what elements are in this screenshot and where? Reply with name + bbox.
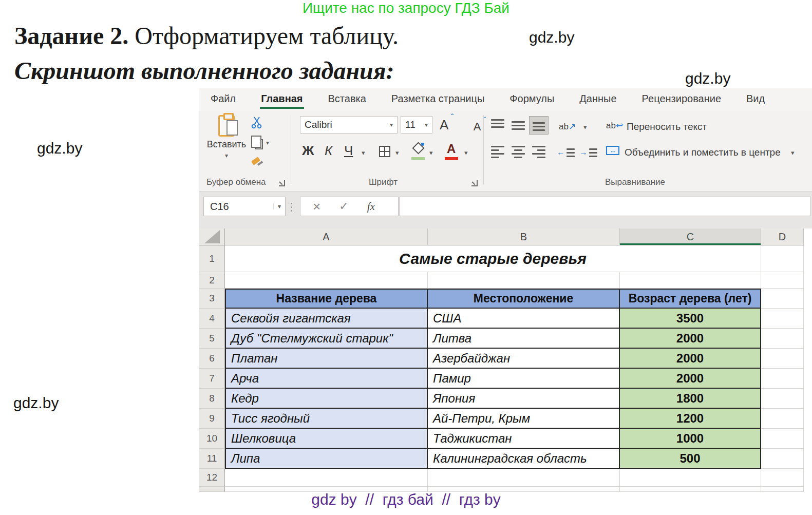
orientation-button[interactable]: ab↗ [559, 121, 576, 132]
column-header-b[interactable]: B [428, 228, 620, 245]
shrink-font-button[interactable]: А [474, 120, 481, 133]
tab-data[interactable]: Данные [578, 91, 617, 109]
tab-page-layout[interactable]: Разметка страницы [390, 91, 485, 109]
cell-d4[interactable] [761, 309, 804, 329]
cell-d12[interactable] [761, 469, 804, 487]
cell-a8[interactable]: Кедр [225, 389, 428, 409]
tab-formulas[interactable]: Формулы [508, 91, 555, 109]
align-middle-button[interactable] [508, 116, 528, 135]
cell-a11[interactable]: Липа [225, 449, 428, 469]
cell-d1[interactable] [761, 245, 804, 272]
grow-font-button[interactable]: А [440, 117, 448, 132]
chevron-down-icon[interactable]: ▾ [362, 149, 365, 157]
cancel-icon[interactable]: × [313, 200, 320, 213]
font-size-select[interactable]: 11 ▾ [401, 116, 432, 133]
tab-review[interactable]: Рецензирование [641, 91, 722, 109]
cell-b2[interactable] [428, 272, 620, 289]
borders-icon[interactable] [379, 146, 390, 157]
name-box[interactable]: C16 ▾ [203, 197, 286, 216]
decrease-indent-button[interactable]: ← [557, 148, 575, 157]
cell-b5[interactable]: Литва [428, 329, 620, 349]
cell-a9[interactable]: Тисс ягодный [225, 409, 428, 429]
font-dialog-launcher-icon[interactable] [471, 180, 478, 186]
cell-a7[interactable]: Арча [225, 369, 428, 389]
row-header-3[interactable]: 3 [199, 289, 225, 309]
column-header-a[interactable]: A [225, 228, 428, 245]
italic-button[interactable]: К [325, 143, 332, 159]
increase-indent-button[interactable]: → [579, 148, 597, 157]
cell-d3[interactable] [761, 289, 804, 309]
wrap-text-button[interactable]: Переносить текст [627, 121, 707, 132]
cell-c4[interactable]: 3500 [620, 309, 761, 329]
row-header-9[interactable]: 9 [199, 409, 225, 429]
cell-b11[interactable]: Калининградская область [428, 449, 620, 469]
cell-a3-header[interactable]: Название дерева [225, 289, 428, 309]
cell-a12[interactable] [225, 469, 428, 487]
cell-c5[interactable]: 2000 [620, 329, 761, 349]
row-header-2[interactable]: 2 [199, 272, 225, 289]
copy-button[interactable]: ▾ [251, 136, 269, 149]
font-color-icon[interactable]: А [447, 142, 456, 156]
cut-icon[interactable] [251, 116, 263, 129]
align-right-button[interactable] [529, 143, 549, 161]
row-header-7[interactable]: 7 [199, 369, 225, 389]
cell-c8[interactable]: 1800 [620, 389, 761, 409]
row-header-4[interactable]: 4 [199, 309, 225, 329]
row-header-8[interactable]: 8 [199, 389, 225, 409]
cell-c6[interactable]: 2000 [620, 349, 761, 369]
cell-d7[interactable] [761, 369, 804, 389]
cell-c11[interactable]: 500 [620, 449, 761, 469]
row-header-5[interactable]: 5 [199, 329, 225, 349]
cell-b6[interactable]: Азербайджан [428, 349, 620, 369]
cell-c3-header[interactable]: Возраст дерева (лет) [620, 289, 761, 309]
align-left-button[interactable] [488, 143, 507, 161]
cell-b10[interactable]: Таджикистан [428, 429, 620, 449]
cell-a1-title[interactable]: Самые старые деревья [225, 245, 761, 272]
merge-center-button[interactable]: Объединить и поместить в центре [625, 147, 781, 158]
cell-c7[interactable]: 2000 [620, 369, 761, 389]
cell-a4[interactable]: Секвойя гигантская [225, 309, 428, 329]
bold-button[interactable]: Ж [302, 143, 314, 159]
column-header-d[interactable]: D [761, 228, 804, 245]
chevron-down-icon[interactable]: ▾ [395, 149, 399, 157]
cell-d9[interactable] [761, 409, 804, 429]
cell-b12[interactable] [428, 469, 620, 487]
cell-a5[interactable]: Дуб "Стелмужский старик" [225, 329, 428, 349]
chevron-down-icon[interactable]: ▾ [791, 149, 795, 157]
cell-c2[interactable] [620, 272, 761, 289]
cell-d11[interactable] [761, 449, 804, 469]
cell-c10[interactable]: 1000 [620, 429, 761, 449]
align-center-button[interactable] [508, 143, 528, 161]
cell-a2[interactable] [225, 272, 428, 289]
formula-bar-splitter[interactable] [291, 203, 292, 212]
chevron-down-icon[interactable]: ▾ [583, 123, 587, 131]
cell-d2[interactable] [761, 272, 804, 289]
underline-button[interactable]: Ч [344, 143, 353, 159]
cell-c12[interactable] [620, 469, 761, 487]
cell-d6[interactable] [761, 349, 804, 369]
row-header-12[interactable]: 12 [199, 469, 225, 487]
chevron-down-icon[interactable]: ▾ [464, 149, 468, 157]
cell-a6[interactable]: Платан [225, 349, 428, 369]
tab-insert[interactable]: Вставка [327, 91, 367, 109]
cell-b9[interactable]: Ай-Петри, Крым [428, 409, 620, 429]
align-bottom-button[interactable] [529, 116, 549, 135]
cell-b4[interactable]: США [428, 309, 620, 329]
cell-d8[interactable] [761, 389, 804, 409]
cell-b8[interactable]: Япония [428, 389, 620, 409]
cell-a10[interactable]: Шелковица [225, 429, 428, 449]
tab-file[interactable]: Файл [210, 91, 237, 109]
tab-home[interactable]: Главная [260, 91, 304, 109]
row-header-11[interactable]: 11 [199, 449, 225, 469]
align-top-button[interactable] [488, 116, 507, 135]
formula-input[interactable] [400, 197, 811, 216]
clipboard-dialog-launcher-icon[interactable] [279, 180, 285, 186]
fill-color-icon[interactable] [412, 143, 424, 156]
chevron-down-icon[interactable]: ▾ [429, 149, 433, 157]
column-header-c[interactable]: C [620, 228, 761, 245]
row-header-10[interactable]: 10 [199, 429, 225, 449]
cell-d5[interactable] [761, 329, 804, 349]
cell-c9[interactable]: 1200 [620, 409, 761, 429]
cell-b7[interactable]: Памир [428, 369, 620, 389]
cell-d10[interactable] [761, 429, 804, 449]
